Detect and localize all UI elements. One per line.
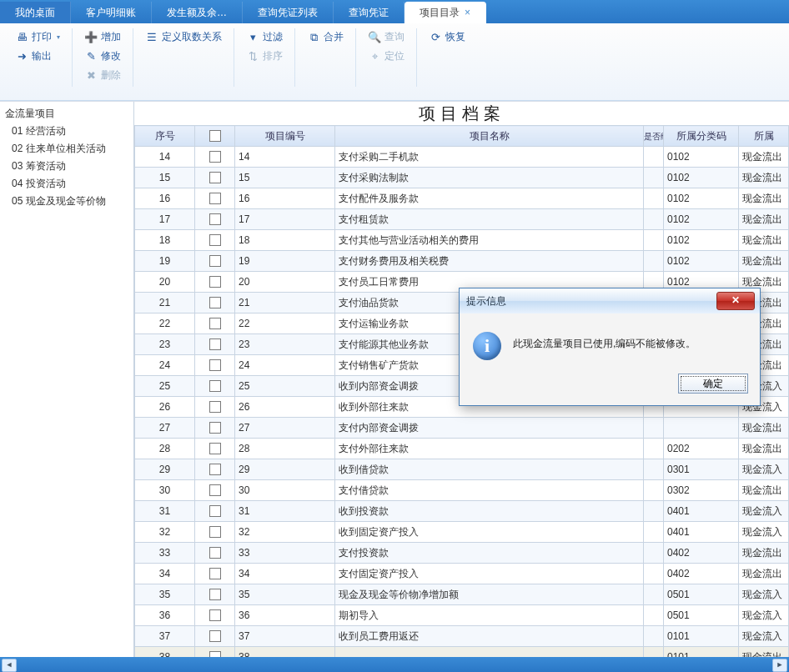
cell-settle[interactable] <box>644 584 664 605</box>
cell-category[interactable]: 0501 <box>664 584 739 605</box>
checkbox-icon[interactable] <box>209 359 221 371</box>
cell-check[interactable] <box>195 272 235 293</box>
cell-check[interactable] <box>195 543 235 564</box>
cell-check[interactable] <box>195 439 235 459</box>
checkbox-icon[interactable] <box>209 464 221 475</box>
cell-code[interactable]: 29 <box>235 459 335 480</box>
col-settle[interactable]: 是否结算 <box>644 126 664 147</box>
table-row[interactable]: 3737收到员工费用返还0101现金流入 <box>135 626 789 647</box>
add-button[interactable]: ➕增加 <box>81 28 124 46</box>
cell-settle[interactable] <box>644 605 664 626</box>
restore-button[interactable]: ⟳恢复 <box>425 28 469 46</box>
col-category[interactable]: 所属分类码 <box>664 126 739 147</box>
checkbox-icon[interactable] <box>209 255 221 267</box>
checkbox-icon[interactable] <box>209 526 221 538</box>
cell-category[interactable]: 0102 <box>664 230 739 251</box>
checkbox-icon[interactable] <box>209 151 221 163</box>
cell-name[interactable]: 支付其他与营业活动相关的费用 <box>335 230 644 251</box>
cell-code[interactable]: 17 <box>235 209 335 230</box>
table-row[interactable]: 3131收到投资款0401现金流入 <box>135 501 789 522</box>
col-code[interactable]: 项目编号 <box>235 126 335 147</box>
cell-direction[interactable]: 现金流入 <box>739 501 789 522</box>
cell-category[interactable]: 0302 <box>664 480 739 501</box>
merge-button[interactable]: ⧉合并 <box>304 28 347 46</box>
cell-code[interactable]: 26 <box>235 397 335 418</box>
cell-direction[interactable]: 现金流出 <box>739 251 789 272</box>
cell-check[interactable] <box>195 334 235 355</box>
cell-settle[interactable] <box>644 501 664 522</box>
cell-name[interactable]: 收到投资款 <box>335 501 644 522</box>
tree-item[interactable]: 01 经营活动 <box>0 123 133 140</box>
output-button[interactable]: ➜输出 <box>12 48 63 65</box>
col-check[interactable] <box>195 126 235 147</box>
cell-check[interactable] <box>195 147 235 168</box>
cell-code[interactable]: 22 <box>235 313 335 334</box>
checkbox-icon[interactable] <box>209 318 221 329</box>
cell-direction[interactable]: 现金流入 <box>739 584 789 605</box>
cell-check[interactable] <box>195 355 235 376</box>
cell-code[interactable]: 23 <box>235 334 335 355</box>
checkbox-icon[interactable] <box>209 339 221 350</box>
cell-check[interactable] <box>195 418 235 439</box>
checkbox-icon[interactable] <box>209 213 221 225</box>
cell-code[interactable]: 27 <box>235 418 335 439</box>
table-row[interactable]: 3535现金及现金等价物净增加额0501现金流入 <box>135 584 789 605</box>
cell-check[interactable] <box>195 230 235 251</box>
cell-category[interactable]: 0102 <box>664 168 739 188</box>
filter-button[interactable]: ▾过滤 <box>243 28 286 46</box>
cell-name[interactable]: 期初导入 <box>335 605 644 626</box>
cell-direction[interactable]: 现金流出 <box>739 209 789 230</box>
cell-settle[interactable] <box>644 564 664 584</box>
cell-category[interactable]: 0102 <box>664 188 739 209</box>
table-row[interactable]: 3636期初导入0501现金流入 <box>135 605 789 626</box>
checkbox-icon[interactable] <box>209 443 221 454</box>
dialog-titlebar[interactable]: 提示信息 ✕ <box>460 288 760 313</box>
cell-check[interactable] <box>195 480 235 501</box>
cell-category[interactable]: 0102 <box>664 209 739 230</box>
cell-check[interactable] <box>195 209 235 230</box>
tree-item[interactable]: 03 筹资活动 <box>0 158 133 175</box>
cell-code[interactable]: 28 <box>235 439 335 459</box>
tab-项目目录[interactable]: 项目目录× <box>405 2 486 23</box>
cell-category[interactable]: 0202 <box>664 439 739 459</box>
cell-code[interactable]: 14 <box>235 147 335 168</box>
cell-code[interactable]: 35 <box>235 584 335 605</box>
cell-code[interactable]: 19 <box>235 251 335 272</box>
delete-button[interactable]: ✖删除 <box>81 67 124 84</box>
cell-code[interactable]: 33 <box>235 543 335 564</box>
checkbox-icon[interactable] <box>209 193 221 204</box>
cell-code[interactable]: 18 <box>235 230 335 251</box>
cell-direction[interactable]: 现金流入 <box>739 626 789 647</box>
checkbox-icon[interactable] <box>209 297 221 308</box>
table-row[interactable]: 1616支付配件及服务款0102现金流出 <box>135 188 789 209</box>
cell-direction[interactable]: 现金流出 <box>739 168 789 188</box>
table-row[interactable]: 1919支付财务费用及相关税费0102现金流出 <box>135 251 789 272</box>
cell-code[interactable]: 31 <box>235 501 335 522</box>
checkbox-icon[interactable] <box>209 422 221 434</box>
cell-settle[interactable] <box>644 251 664 272</box>
cell-name[interactable]: 支付租赁款 <box>335 209 644 230</box>
cell-code[interactable]: 36 <box>235 605 335 626</box>
print-button[interactable]: 🖶打印▾ <box>12 28 63 46</box>
cell-category[interactable]: 0402 <box>664 543 739 564</box>
cell-check[interactable] <box>195 293 235 313</box>
cell-name[interactable]: 支付借贷款 <box>335 480 644 501</box>
checkbox-icon[interactable] <box>209 234 221 246</box>
cell-code[interactable]: 15 <box>235 168 335 188</box>
table-row[interactable]: 3232收到固定资产投入0401现金流入 <box>135 522 789 543</box>
cell-code[interactable]: 25 <box>235 376 335 397</box>
tree-item[interactable]: 04 投资活动 <box>0 175 133 193</box>
checkbox-icon[interactable] <box>209 609 221 621</box>
checkbox-icon[interactable] <box>209 172 221 183</box>
cell-check[interactable] <box>195 168 235 188</box>
cell-name[interactable]: 收到固定资产投入 <box>335 522 644 543</box>
cell-name[interactable]: 支付外部往来款 <box>335 439 644 459</box>
cell-code[interactable]: 32 <box>235 522 335 543</box>
cell-name[interactable]: 支付采购法制款 <box>335 168 644 188</box>
table-row[interactable]: 3030支付借贷款0302现金流出 <box>135 480 789 501</box>
cell-name[interactable]: 现金及现金等价物净增加额 <box>335 584 644 605</box>
cell-direction[interactable]: 现金流入 <box>739 605 789 626</box>
cell-check[interactable] <box>195 522 235 543</box>
tab-close-icon[interactable]: × <box>465 7 470 18</box>
cell-category[interactable]: 0501 <box>664 605 739 626</box>
